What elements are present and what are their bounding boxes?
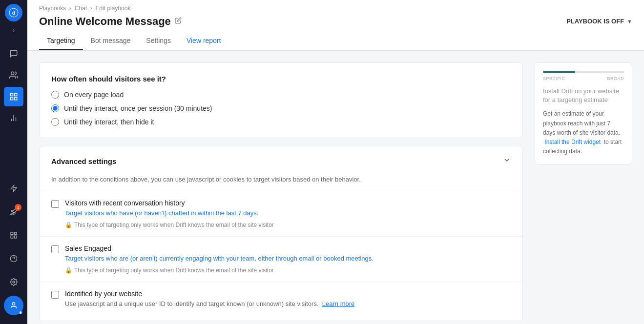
advanced-settings-description: In addition to the conditions above, you… bbox=[40, 176, 522, 191]
option-sales-engaged-checkbox[interactable] bbox=[51, 245, 59, 253]
estimate-bar bbox=[543, 71, 624, 73]
option-conversation-history-title: Visitors with recent conversation histor… bbox=[65, 199, 511, 207]
radio-every-page-label: On every page load bbox=[64, 91, 124, 99]
sidebar-item-help[interactable] bbox=[4, 249, 23, 268]
radio-every-page[interactable]: On every page load bbox=[51, 91, 511, 99]
advanced-settings-title: Advanced settings bbox=[51, 157, 116, 165]
frequency-radio-group: On every page load Until they interact, … bbox=[51, 91, 511, 126]
tab-targeting[interactable]: Targeting bbox=[39, 32, 83, 50]
sidebar-logo: d bbox=[5, 4, 22, 21]
estimate-install-prompt: Install Drift on your website for a targ… bbox=[543, 87, 624, 104]
radio-once-per-session-label: Until they interact, once per session (3… bbox=[64, 104, 212, 112]
svg-rect-3 bbox=[10, 93, 13, 96]
svg-rect-14 bbox=[11, 236, 13, 238]
radio-once-per-session[interactable]: Until they interact, once per session (3… bbox=[51, 104, 511, 112]
option-identified-website-checkbox[interactable] bbox=[51, 291, 59, 299]
sidebar: d › 1 bbox=[0, 0, 27, 324]
svg-rect-5 bbox=[15, 98, 17, 100]
estimate-label-specific: SPECIFIC bbox=[543, 76, 565, 81]
estimate-card: SPECIFIC BROAD Install Drift on your web… bbox=[535, 62, 632, 164]
playbook-status[interactable]: PLAYBOOK IS OFF ▼ bbox=[566, 14, 632, 29]
sidebar-item-contacts[interactable] bbox=[4, 65, 23, 85]
radio-hide[interactable]: Until they interact, then hide it bbox=[51, 118, 511, 126]
content-area: How often should visitors see it? On eve… bbox=[27, 51, 644, 324]
sidebar-item-settings[interactable] bbox=[4, 272, 23, 292]
learn-more-link[interactable]: Learn more bbox=[322, 300, 354, 307]
option-sales-engaged-note: 🔒 This type of targeting only works when… bbox=[65, 267, 511, 274]
main-content: Playbooks › Chat › Edit playbook Online … bbox=[27, 0, 644, 324]
playbook-status-label: PLAYBOOK IS OFF bbox=[566, 18, 624, 25]
radio-once-per-session-input[interactable] bbox=[51, 104, 59, 112]
option-conversation-history-header: Visitors with recent conversation histor… bbox=[51, 199, 511, 228]
tab-bot-message[interactable]: Bot message bbox=[83, 32, 139, 50]
page-title: Online Welcome Message bbox=[39, 15, 171, 28]
option-conversation-history-note-icon: 🔒 bbox=[65, 222, 72, 228]
radio-hide-input[interactable] bbox=[51, 118, 59, 126]
option-conversation-history-content: Visitors with recent conversation histor… bbox=[65, 199, 511, 228]
option-sales-engaged-content: Sales Engaged Target visitors who are (o… bbox=[65, 244, 511, 274]
frequency-card: How often should visitors see it? On eve… bbox=[39, 62, 523, 138]
option-identified-website: Identified by your website Use javascrip… bbox=[40, 282, 522, 320]
install-drift-link[interactable]: Install the Drift widget bbox=[544, 139, 601, 145]
svg-rect-11 bbox=[11, 232, 13, 235]
option-identified-website-title: Identified by your website bbox=[65, 290, 511, 298]
edit-title-icon[interactable] bbox=[175, 17, 182, 25]
option-sales-engaged-header: Sales Engaged Target visitors who are (o… bbox=[51, 244, 511, 274]
estimate-label-broad: BROAD bbox=[607, 76, 624, 81]
estimate-body: Get an estimate of your playbook reach w… bbox=[543, 109, 624, 156]
estimate-body-pre: Get an estimate of your playbook reach w… bbox=[543, 110, 620, 136]
tabs: Targeting Bot message Settings View repo… bbox=[39, 29, 632, 50]
svg-rect-4 bbox=[15, 93, 17, 96]
option-conversation-history: Visitors with recent conversation histor… bbox=[40, 191, 522, 237]
tab-settings[interactable]: Settings bbox=[138, 32, 179, 50]
breadcrumb-edit-playbook: Edit playbook bbox=[95, 5, 130, 12]
option-identified-website-desc: Use javascript and a unique user ID to i… bbox=[65, 300, 511, 308]
option-identified-website-header: Identified by your website Use javascrip… bbox=[51, 290, 511, 312]
option-conversation-history-note-text: This type of targeting only works when D… bbox=[74, 222, 274, 228]
svg-rect-12 bbox=[14, 232, 17, 235]
option-sales-engaged-desc: Target visitors who are (or aren't) curr… bbox=[65, 254, 511, 263]
sidebar-item-user[interactable] bbox=[4, 296, 23, 315]
sidebar-item-chat[interactable] bbox=[4, 44, 23, 63]
svg-marker-10 bbox=[11, 185, 17, 191]
option-sales-engaged-note-icon: 🔒 bbox=[65, 267, 72, 274]
radio-every-page-input[interactable] bbox=[51, 91, 59, 99]
radio-hide-label: Until they interact, then hide it bbox=[64, 118, 154, 126]
svg-point-18 bbox=[12, 303, 15, 305]
sidebar-item-lightning[interactable] bbox=[4, 179, 23, 198]
playbook-status-chevron: ▼ bbox=[627, 19, 632, 24]
header-row: Online Welcome Message PLAYBOOK IS OFF ▼ bbox=[39, 14, 632, 29]
sidebar-item-apps[interactable] bbox=[4, 225, 23, 245]
svg-point-2 bbox=[11, 72, 14, 75]
sidebar-item-rocket[interactable]: 1 bbox=[4, 202, 23, 222]
advanced-settings-card: Advanced settings In addition to the con… bbox=[39, 146, 523, 321]
option-conversation-history-note: 🔒 This type of targeting only works when… bbox=[65, 222, 511, 228]
sidebar-item-analytics[interactable] bbox=[4, 108, 23, 128]
advanced-settings-chevron bbox=[503, 156, 511, 166]
breadcrumb-playbooks[interactable]: Playbooks bbox=[39, 5, 66, 12]
estimate-labels: SPECIFIC BROAD bbox=[543, 76, 624, 81]
estimate-bar-container: SPECIFIC BROAD bbox=[543, 71, 624, 81]
sidebar-bottom: 1 bbox=[4, 178, 23, 320]
tab-view-report[interactable]: View report bbox=[179, 32, 229, 50]
advanced-settings-header[interactable]: Advanced settings bbox=[40, 146, 522, 176]
right-panel: SPECIFIC BROAD Install Drift on your web… bbox=[535, 62, 632, 312]
page-title-row: Online Welcome Message bbox=[39, 15, 182, 28]
main-panel: How often should visitors see it? On eve… bbox=[39, 62, 523, 312]
rocket-badge: 1 bbox=[15, 204, 21, 211]
svg-text:d: d bbox=[12, 10, 16, 16]
option-sales-engaged: Sales Engaged Target visitors who are (o… bbox=[40, 237, 522, 282]
option-sales-engaged-title: Sales Engaged bbox=[65, 244, 511, 252]
breadcrumb: Playbooks › Chat › Edit playbook bbox=[39, 0, 632, 12]
option-sales-engaged-note-text: This type of targeting only works when D… bbox=[74, 267, 274, 274]
sidebar-expand-button[interactable]: › bbox=[9, 25, 19, 35]
svg-point-17 bbox=[13, 281, 15, 283]
svg-rect-6 bbox=[10, 98, 13, 100]
option-conversation-history-desc: Target visitors who have (or haven't) ch… bbox=[65, 209, 511, 218]
breadcrumb-chat[interactable]: Chat bbox=[75, 5, 87, 12]
sidebar-item-playbooks[interactable] bbox=[4, 87, 23, 106]
frequency-title: How often should visitors see it? bbox=[51, 75, 511, 83]
svg-rect-13 bbox=[14, 236, 17, 238]
option-conversation-history-checkbox[interactable] bbox=[51, 200, 59, 208]
estimate-bar-fill bbox=[543, 71, 575, 73]
